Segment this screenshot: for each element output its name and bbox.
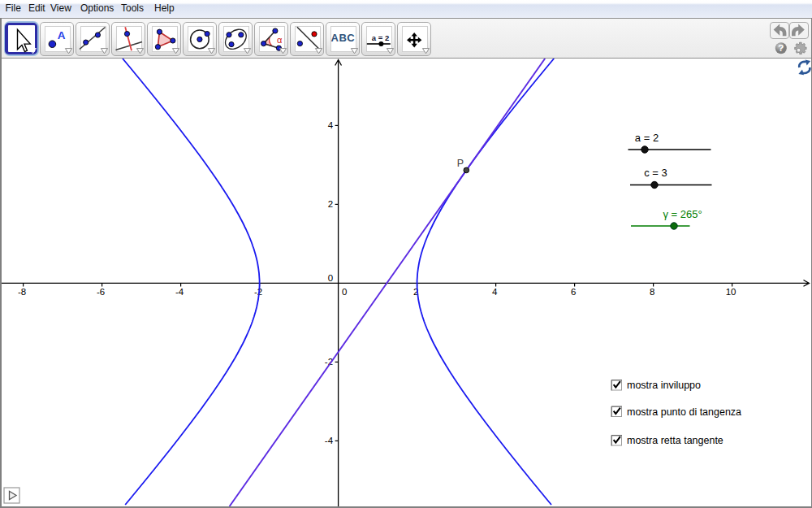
svg-text:P: P xyxy=(457,158,464,169)
svg-text:mostra punto di tangenza: mostra punto di tangenza xyxy=(627,406,741,418)
svg-text:γ = 265°: γ = 265° xyxy=(663,208,702,220)
svg-text:4: 4 xyxy=(492,287,498,297)
svg-text:c = 3: c = 3 xyxy=(644,167,667,179)
svg-text:-4: -4 xyxy=(325,436,334,445)
svg-text:-8: -8 xyxy=(18,287,26,297)
svg-text:-6: -6 xyxy=(97,287,105,297)
svg-text:0: 0 xyxy=(342,287,347,297)
svg-text:4: 4 xyxy=(328,120,334,130)
svg-text:10: 10 xyxy=(726,287,736,297)
svg-text:6: 6 xyxy=(571,287,576,297)
svg-text:-4: -4 xyxy=(175,287,184,297)
svg-text:0: 0 xyxy=(328,273,333,283)
svg-text:?: ? xyxy=(778,43,784,53)
svg-text:mostra retta tangente: mostra retta tangente xyxy=(627,435,723,446)
svg-text:a = 2: a = 2 xyxy=(635,132,659,144)
svg-text:8: 8 xyxy=(650,287,654,297)
svg-text:2: 2 xyxy=(328,199,333,209)
svg-text:mostra inviluppo: mostra inviluppo xyxy=(627,380,701,391)
